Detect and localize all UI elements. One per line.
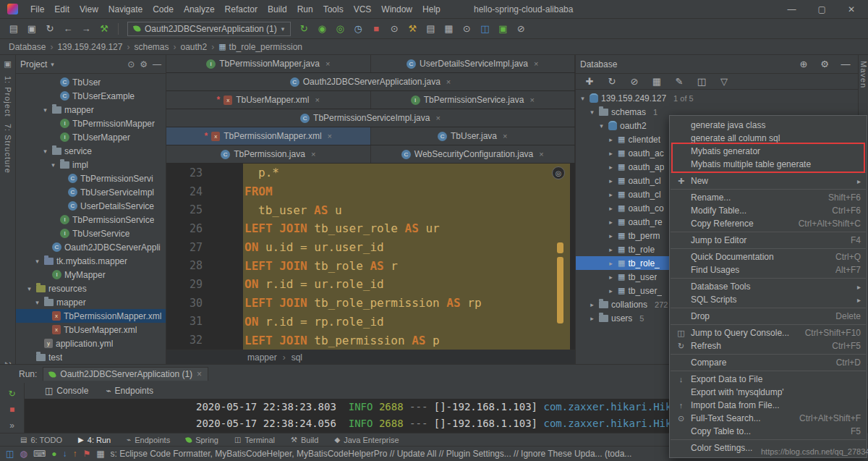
menu-item-export-with-mysqldump-[interactable]: Export with 'mysqldump' — [670, 386, 867, 399]
stripe-button-project[interactable]: 1: Project — [4, 76, 12, 117]
bookmark-icon[interactable]: ⚑ — [82, 449, 90, 459]
scroll-end-icon[interactable]: » — [9, 420, 14, 431]
editor-tab[interactable]: CWebSecurityConfiguration.java× — [371, 145, 576, 163]
menu-vcs[interactable]: VCS — [349, 1, 377, 17]
download-icon[interactable]: ↓ — [62, 449, 67, 459]
disconnect-icon[interactable]: ⊘ — [626, 74, 642, 90]
tool-tab-build[interactable]: ⚒Build — [291, 436, 318, 444]
breadcrumb-item[interactable]: 139.159.249.127 — [57, 42, 122, 52]
tree-expand-icon[interactable]: ▾ — [579, 95, 587, 102]
stripe-button-structure[interactable]: 7: Structure — [4, 124, 12, 174]
close-icon[interactable]: × — [311, 150, 315, 158]
close-icon[interactable]: × — [534, 59, 538, 68]
menu-item-full-text-search-[interactable]: ⊙Full-Text Search...Ctrl+Alt+Shift+F — [670, 412, 867, 425]
menu-window[interactable]: Window — [376, 1, 417, 17]
close-icon[interactable]: × — [197, 369, 202, 379]
project-tree-item[interactable]: ▾resources — [16, 282, 166, 295]
tool-tab-terminal[interactable]: ◫Terminal — [234, 436, 275, 444]
tree-expand-icon[interactable]: ▸ — [607, 274, 615, 281]
menu-run[interactable]: Run — [292, 1, 318, 17]
locate-icon[interactable]: ⊙ — [127, 59, 135, 69]
stop-icon[interactable]: ■ — [368, 21, 384, 37]
project-tree-item[interactable]: ITbPermissionService — [16, 213, 166, 227]
menu-item-quick-documentation[interactable]: Quick DocumentationCtrl+Q — [670, 250, 867, 263]
close-icon[interactable]: × — [315, 96, 320, 104]
eclipse-icon[interactable]: ◍ — [20, 449, 27, 459]
tree-expand-icon[interactable]: ▸ — [607, 205, 615, 212]
project-tree-item[interactable]: xTbPermissionMapper.xml — [16, 309, 166, 323]
editor-tab[interactable]: ITbPermissionService.java× — [371, 91, 576, 109]
debug-icon[interactable]: ◉ — [314, 21, 330, 37]
find-icon[interactable]: ⊙ — [459, 21, 475, 37]
tool-tab-6-todo[interactable]: ▤6: TODO — [20, 436, 62, 444]
editor-body[interactable]: ◎ 23p.*24FROM25tb_user AS u26LEFT JOIN t… — [166, 164, 575, 350]
tree-expand-icon[interactable]: ▾ — [33, 299, 41, 306]
project-tree-item[interactable]: ▾mapper — [16, 103, 166, 117]
global-settings-icon[interactable]: ⊕ — [796, 56, 812, 72]
breadcrumb-item[interactable]: schemas — [134, 42, 169, 52]
editor-tab[interactable]: CTbPermission.java× — [166, 145, 371, 163]
keyboard-icon[interactable]: ⌨ — [33, 449, 46, 459]
settings-wrench-icon[interactable]: ⚒ — [404, 21, 420, 37]
editor-tab[interactable]: ITbPermissionMapper.java× — [166, 55, 371, 72]
save-icon[interactable]: ▣ — [24, 21, 40, 37]
editor-breadcrumb-item[interactable]: mapper — [247, 352, 277, 363]
tree-expand-icon[interactable]: ▸ — [607, 246, 615, 253]
menu-item-copy-reference[interactable]: Copy ReferenceCtrl+Alt+Shift+C — [670, 217, 867, 230]
tree-expand-icon[interactable]: ▸ — [607, 232, 615, 240]
chevron-down-icon[interactable]: ▾ — [51, 61, 54, 68]
sync-icon[interactable]: ↻ — [604, 74, 620, 90]
tool-tab-endpoints[interactable]: ⌁Endpoints — [127, 436, 170, 444]
editor-tab[interactable]: COauth2JDBCServerApplication.java× — [166, 73, 575, 90]
project-tree-item[interactable]: ▾impl — [16, 158, 166, 172]
close-icon[interactable]: × — [328, 132, 332, 140]
menu-item-mybatis-multiple-table-generate[interactable]: Mybatis multiple table generate — [670, 158, 867, 171]
menu-item-import-data-from-file-[interactable]: ↑Import Data from File... — [670, 399, 867, 412]
project-tree-item[interactable]: ▾mapper — [16, 295, 166, 309]
tree-expand-icon[interactable]: ▸ — [607, 287, 615, 295]
menu-item-jump-to-query-console-[interactable]: ◫Jump to Query Console...Ctrl+Shift+F10 — [670, 326, 867, 339]
open-icon[interactable]: ▤ — [6, 21, 22, 37]
editor-tab[interactable]: *xTbPermissionMapper.xml× — [166, 127, 371, 145]
stripe-button-maven[interactable]: Maven — [859, 61, 868, 88]
tree-expand-icon[interactable]: ▸ — [607, 219, 615, 226]
project-tree-item[interactable]: CUserDetailsService — [16, 199, 166, 213]
console-icon[interactable]: ◫ — [694, 74, 710, 90]
tool-windows-icon[interactable]: ◫ — [6, 449, 14, 459]
search-icon[interactable]: ⊙ — [386, 21, 402, 37]
tree-expand-icon[interactable]: ▾ — [41, 148, 49, 155]
menu-item-sql-scripts[interactable]: SQL Scripts▸ — [670, 293, 867, 306]
editor-breadcrumb-item[interactable]: sql — [292, 352, 302, 363]
tree-expand-icon[interactable]: ▾ — [588, 109, 596, 116]
close-icon[interactable]: × — [529, 96, 534, 104]
rerun-icon[interactable]: ↻ — [296, 21, 312, 37]
tree-expand-icon[interactable]: ▸ — [607, 150, 615, 157]
tree-expand-icon[interactable]: ▸ — [607, 177, 615, 185]
tree-expand-icon[interactable]: ▸ — [607, 191, 615, 198]
tool-tab-spring[interactable]: Spring — [186, 436, 218, 444]
menu-item-refresh[interactable]: ↻RefreshCtrl+F5 — [670, 339, 867, 352]
edit-icon[interactable]: ✎ — [671, 74, 687, 90]
tree-expand-icon[interactable]: ▸ — [588, 315, 596, 322]
upload-icon[interactable]: ↑ — [72, 449, 77, 459]
menu-navigate[interactable]: Navigate — [103, 1, 148, 17]
project-tree-item[interactable]: ▾tk.mybatis.mapper — [16, 254, 166, 268]
close-icon[interactable]: × — [446, 77, 451, 86]
sql-console-icon[interactable]: ◫ — [477, 21, 493, 37]
ok-icon[interactable]: ● — [51, 449, 56, 459]
filter-icon[interactable]: ▽ — [716, 74, 732, 90]
menu-file[interactable]: File — [25, 1, 49, 17]
console-tab-endpoints[interactable]: ⌁Endpoints — [98, 384, 161, 397]
tree-expand-icon[interactable]: ▾ — [49, 161, 57, 169]
menu-tools[interactable]: Tools — [318, 1, 349, 17]
menu-item-compare[interactable]: CompareCtrl+D — [670, 356, 867, 369]
menu-analyze[interactable]: Analyze — [179, 1, 220, 17]
tree-expand-icon[interactable]: ▸ — [607, 260, 615, 267]
tree-expand-icon[interactable]: ▾ — [33, 258, 41, 265]
tree-expand-icon[interactable]: ▾ — [25, 285, 33, 292]
tree-expand-icon[interactable]: ▾ — [597, 122, 605, 130]
project-tree-item[interactable]: ▾service — [16, 144, 166, 158]
menu-item-copy-table-to-[interactable]: Copy Table to...F5 — [670, 425, 867, 438]
menu-item-generate-java-class[interactable]: generate java class — [670, 119, 867, 132]
code-cleanup-icon[interactable]: ⚒ — [96, 21, 112, 37]
